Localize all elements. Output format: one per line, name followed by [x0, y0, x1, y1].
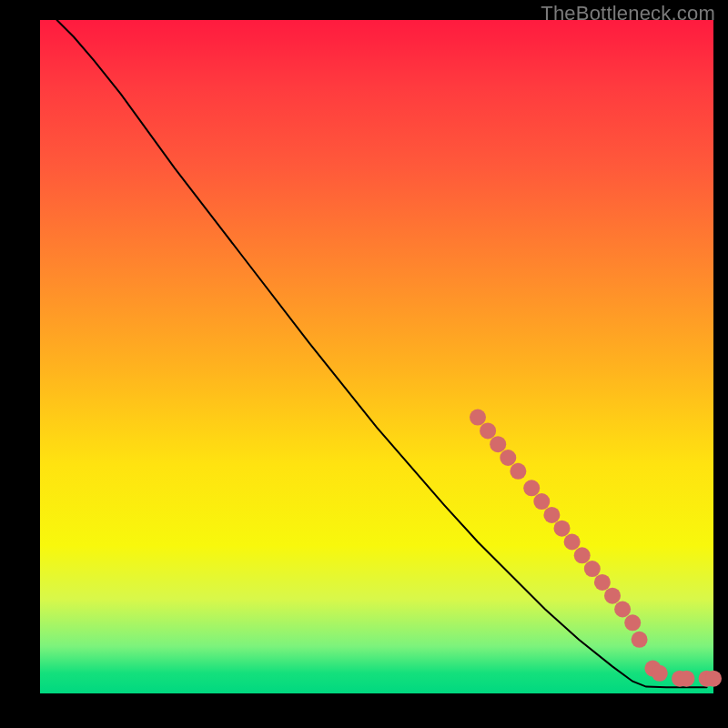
bottleneck-curve [57, 20, 707, 687]
chart-container: TheBottleneck.com [0, 0, 728, 728]
data-marker [624, 614, 641, 631]
data-marker [652, 665, 668, 682]
data-marker [480, 422, 496, 439]
data-marker [510, 463, 526, 480]
data-marker [632, 632, 648, 648]
data-marker [584, 561, 601, 577]
data-marker [554, 521, 571, 537]
data-marker [543, 507, 560, 523]
data-marker [705, 671, 722, 687]
data-marker [470, 410, 486, 426]
data-marker [678, 671, 694, 687]
data-marker [523, 480, 540, 496]
data-marker [594, 574, 611, 591]
data-marker [604, 588, 621, 604]
data-marker [614, 602, 631, 618]
marker-group [470, 410, 722, 687]
data-marker [500, 450, 516, 466]
data-marker [533, 493, 550, 510]
data-marker [564, 534, 581, 551]
chart-overlay [40, 20, 713, 693]
data-marker [490, 436, 506, 452]
data-marker [574, 547, 591, 563]
